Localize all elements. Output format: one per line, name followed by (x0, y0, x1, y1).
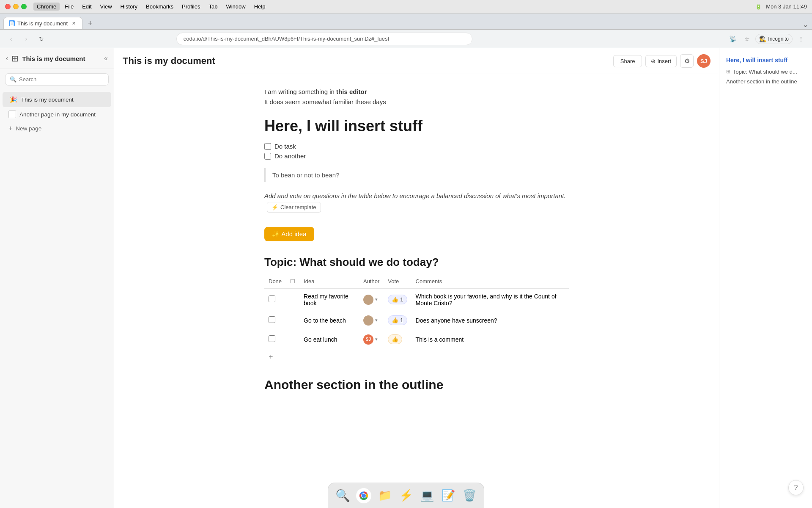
row1-vote-badge[interactable]: 👍 1 (388, 295, 407, 304)
row2-check (286, 311, 299, 330)
row2-author-dropdown[interactable]: ▾ (375, 318, 378, 323)
tab-close-button[interactable]: ✕ (70, 20, 77, 27)
dock-finder[interactable]: 🔍 (333, 486, 352, 505)
sidebar-item-label-1: This is my document (21, 97, 74, 103)
outline-item-2[interactable]: Another section in the outline (726, 77, 805, 86)
row2-vote-badge[interactable]: 👍 1 (388, 315, 407, 325)
outline-label-1: Topic: What should we d... (733, 69, 797, 75)
row1-done-checkbox[interactable] (269, 295, 275, 302)
col-idea: Idea (299, 275, 359, 288)
forward-button[interactable]: › (20, 33, 32, 45)
minimize-window-button[interactable] (13, 4, 19, 9)
menu-chrome[interactable]: Chrome (33, 3, 60, 11)
tab-bar-expand[interactable]: ⌄ (802, 20, 809, 29)
row3-check (286, 330, 299, 349)
row3-done (264, 330, 286, 349)
address-bar-right: 📡 ☆ 🕵 Incognito ⋮ (727, 33, 807, 45)
fullscreen-window-button[interactable] (21, 4, 27, 9)
col-author: Author (359, 275, 384, 288)
settings-button[interactable]: ⚙ (680, 54, 694, 68)
row1-check (286, 288, 299, 311)
menu-bookmarks[interactable]: Bookmarks (143, 3, 177, 11)
sidebar-header: ‹ ⊞ This is my document « (0, 48, 114, 69)
menu-history[interactable]: History (117, 3, 141, 11)
sidebar-item-label-2: Another page in my document (19, 111, 96, 118)
help-button[interactable]: ? (788, 480, 804, 495)
table-header-row: Done ☐ Idea Author Vote Comments (264, 275, 569, 288)
row2-idea: Go to the beach (299, 311, 359, 330)
row1-vote-count: 1 (400, 296, 403, 303)
menu-window[interactable]: Window (222, 3, 249, 11)
tab-bar: 📄 This is my document ✕ + ⌄ (0, 14, 812, 30)
menu-profiles[interactable]: Profiles (178, 3, 203, 11)
svg-point-3 (362, 494, 366, 498)
add-row-button[interactable]: + (264, 349, 569, 365)
clear-template-button[interactable]: ⚡ Clear template (267, 202, 321, 213)
sidebar-search-box[interactable]: 🔍 (5, 73, 109, 86)
dock-notes[interactable]: 📝 (439, 486, 458, 505)
sidebar-item-this-doc[interactable]: 🎉 This is my document (3, 92, 111, 107)
outline-label-2: Another section in the outline (726, 78, 797, 85)
checklist-checkbox-1[interactable] (264, 143, 271, 150)
row3-done-checkbox[interactable] (269, 335, 275, 342)
outline-item-1[interactable]: ⊞ Topic: What should we d... (726, 67, 805, 77)
menu-view[interactable]: View (97, 3, 115, 11)
user-avatar[interactable]: SJ (697, 54, 710, 68)
sidebar-item-another-page[interactable]: Another page in my document (3, 108, 111, 121)
row2-author: ▾ (359, 311, 384, 330)
url-bar[interactable]: coda.io/d/This-is-my-document_dBhAUW8p6F… (176, 33, 472, 45)
table-section: Topic: What should we do today? Done ☐ I… (264, 256, 569, 365)
table-heading: Topic: What should we do today? (264, 256, 569, 269)
row3-author-dropdown[interactable]: ▾ (375, 337, 378, 342)
dock-zap[interactable]: ⚡ (397, 486, 415, 505)
cast-icon[interactable]: 📡 (727, 33, 738, 45)
menu-tab[interactable]: Tab (205, 3, 221, 11)
row2-done-checkbox[interactable] (269, 316, 275, 323)
add-idea-button[interactable]: ✨ Add idea (264, 227, 314, 241)
doc-header: This is my document Share ⊕ Insert ⚙ SJ (114, 48, 719, 74)
thumb-icon-3: 👍 (392, 336, 398, 342)
new-page-button[interactable]: + New page (3, 121, 111, 135)
incognito-badge[interactable]: 🕵 Incognito (755, 34, 793, 44)
doc-intro: I am writing something in this editor It… (264, 87, 569, 107)
bookmark-icon[interactable]: ☆ (741, 33, 753, 45)
dock-files[interactable]: 📁 (376, 486, 394, 505)
row3-idea: Go eat lunch (299, 330, 359, 349)
insert-icon: ⊕ (651, 58, 656, 64)
data-table: Done ☐ Idea Author Vote Comments (264, 275, 569, 349)
row1-author-dropdown[interactable]: ▾ (375, 297, 378, 302)
insert-label: Insert (657, 58, 671, 64)
outline-current-item[interactable]: Here, I will insert stuff (726, 57, 805, 64)
dock-trash[interactable]: 🗑️ (460, 486, 479, 505)
sidebar-collapse-button[interactable]: « (104, 55, 108, 62)
share-button[interactable]: Share (613, 55, 642, 67)
row1-idea: Read my favorite book (299, 288, 359, 311)
page-icon-2 (8, 110, 16, 118)
menu-file[interactable]: File (61, 3, 77, 11)
search-icon: 🔍 (10, 76, 16, 83)
reload-button[interactable]: ↻ (36, 33, 47, 45)
back-button[interactable]: ‹ (5, 33, 17, 45)
url-text: coda.io/d/This-is-my-document_dBhAUW8p6F… (184, 36, 389, 42)
close-window-button[interactable] (5, 4, 11, 9)
row3-vote-badge[interactable]: 👍 (388, 334, 402, 344)
menu-edit[interactable]: Edit (79, 3, 95, 11)
more-button[interactable]: ⋮ (795, 33, 807, 45)
new-tab-button[interactable]: + (84, 17, 96, 29)
dock-chrome[interactable] (354, 486, 373, 505)
new-page-label: New page (16, 125, 41, 132)
search-input[interactable] (19, 76, 104, 83)
active-tab[interactable]: 📄 This is my document ✕ (3, 17, 82, 29)
app-container: ‹ ⊞ This is my document « 🔍 🎉 This is my… (0, 48, 812, 508)
dock-terminal[interactable]: 💻 (418, 486, 436, 505)
col-vote: Vote (384, 275, 411, 288)
clear-template-label: Clear template (280, 204, 316, 210)
row2-vote-count: 1 (400, 317, 403, 323)
row1-done (264, 288, 286, 311)
checklist-checkbox-2[interactable] (264, 153, 271, 160)
insert-button[interactable]: ⊕ Insert (645, 55, 677, 67)
menu-help[interactable]: Help (251, 3, 269, 11)
blockquote-text: To bean or not to bean? (272, 171, 339, 179)
checklist-item-1: Do task (264, 143, 569, 150)
sidebar-back-button[interactable]: ‹ (6, 55, 8, 62)
